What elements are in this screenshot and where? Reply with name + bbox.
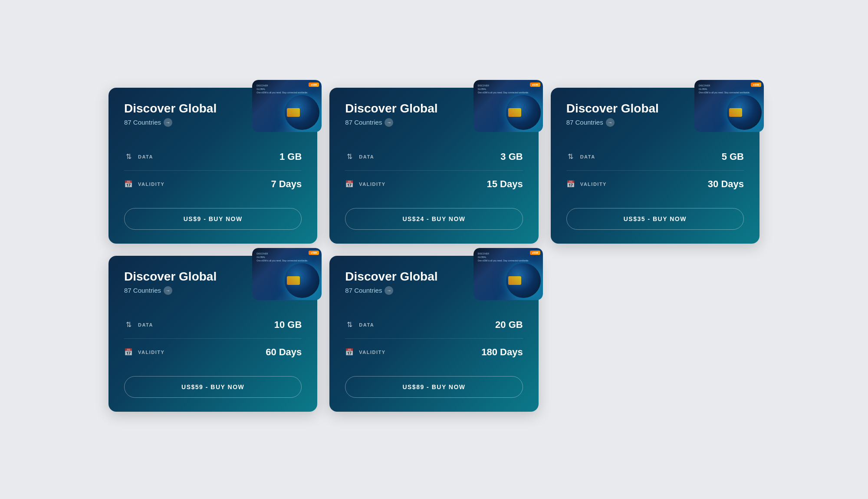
esim-badge-5: eSIM — [530, 251, 540, 255]
validity-value-1: 7 Days — [271, 178, 302, 190]
buy-button-2[interactable]: US$24 - BUY NOW — [345, 208, 523, 230]
card-title-3: Discover Global — [566, 102, 659, 116]
plan-card-3gb: DISCOVER GLOBAL One eSIM is all you need… — [329, 88, 538, 244]
card-title-2: Discover Global — [345, 102, 437, 116]
card-title-area-5: Discover Global 87 Countries → — [345, 270, 437, 295]
calendar-icon-1: 📅 — [124, 180, 133, 188]
card-details-1: ⇅ DATA 1 GB 📅 VALIDITY 7 Days — [124, 143, 302, 198]
data-icon-1: ⇅ — [124, 152, 133, 161]
data-row-3: ⇅ DATA 5 GB — [566, 143, 744, 171]
card-image-2: DISCOVER GLOBAL One eSIM is all you need… — [473, 80, 543, 132]
buy-button-4[interactable]: US$59 - BUY NOW — [124, 376, 302, 398]
esim-badge-4: eSIM — [309, 251, 319, 255]
data-icon-5: ⇅ — [345, 321, 354, 329]
esim-badge-2: eSIM — [530, 83, 540, 87]
card-subtitle-1: 87 Countries → — [124, 118, 217, 127]
buy-button-1[interactable]: US$9 - BUY NOW — [124, 208, 302, 230]
calendar-icon-3: 📅 — [566, 180, 575, 188]
plan-card-1gb: DISCOVER GLOBAL One eSIM is all you need… — [108, 88, 317, 244]
validity-value-4: 60 Days — [266, 347, 302, 358]
card-title-area-2: Discover Global 87 Countries → — [345, 102, 437, 127]
cards-grid: DISCOVER GLOBAL One eSIM is all you need… — [108, 88, 760, 412]
validity-value-2: 15 Days — [487, 178, 523, 190]
data-icon-4: ⇅ — [124, 321, 133, 329]
buy-button-3[interactable]: US$35 - BUY NOW — [566, 208, 744, 230]
subtitle-arrow-4: → — [164, 286, 172, 295]
calendar-icon-2: 📅 — [345, 180, 354, 188]
card-subtitle-4: 87 Countries → — [124, 286, 217, 295]
data-label-3: DATA — [580, 154, 595, 159]
data-row-5: ⇅ DATA 20 GB — [345, 311, 523, 339]
esim-badge-1: eSIM — [309, 83, 319, 87]
plan-card-5gb: DISCOVER GLOBAL One eSIM is all you need… — [551, 88, 760, 244]
data-value-3: 5 GB — [722, 151, 744, 162]
calendar-icon-4: 📅 — [124, 348, 133, 356]
card-title-4: Discover Global — [124, 270, 217, 284]
plan-card-10gb: DISCOVER GLOBAL One eSIM is all you need… — [108, 256, 317, 412]
data-row-2: ⇅ DATA 3 GB — [345, 143, 523, 171]
logo-2: DISCOVER GLOBAL One eSIM is all you need… — [478, 83, 529, 94]
data-label-4: DATA — [138, 322, 153, 327]
validity-value-3: 30 Days — [708, 178, 744, 190]
data-value-2: 3 GB — [500, 151, 523, 162]
card-title-area-4: Discover Global 87 Countries → — [124, 270, 217, 295]
card-image-1: DISCOVER GLOBAL One eSIM is all you need… — [252, 80, 322, 132]
card-details-5: ⇅ DATA 20 GB 📅 VALIDITY 180 Days — [345, 311, 523, 366]
card-details-3: ⇅ DATA 5 GB 📅 VALIDITY 30 Days — [566, 143, 744, 198]
validity-row-5: 📅 VALIDITY 180 Days — [345, 339, 523, 366]
card-subtitle-2: 87 Countries → — [345, 118, 437, 127]
validity-row-1: 📅 VALIDITY 7 Days — [124, 171, 302, 198]
esim-badge-3: eSIM — [751, 83, 761, 87]
validity-label-2: VALIDITY — [359, 182, 385, 187]
data-label-1: DATA — [138, 154, 153, 159]
validity-label-1: VALIDITY — [138, 182, 164, 187]
data-label-2: DATA — [359, 154, 374, 159]
data-value-4: 10 GB — [274, 319, 302, 330]
card-title-area-1: Discover Global 87 Countries → — [124, 102, 217, 127]
card-title-area-3: Discover Global 87 Countries → — [566, 102, 659, 127]
card-image-3: DISCOVER GLOBAL One eSIM is all you need… — [694, 80, 764, 132]
validity-label-3: VALIDITY — [580, 182, 607, 187]
buy-button-5[interactable]: US$89 - BUY NOW — [345, 376, 523, 398]
card-title-5: Discover Global — [345, 270, 437, 284]
card-subtitle-5: 87 Countries → — [345, 286, 437, 295]
data-value-1: 1 GB — [279, 151, 302, 162]
data-icon-3: ⇅ — [566, 152, 575, 161]
validity-row-2: 📅 VALIDITY 15 Days — [345, 171, 523, 198]
subtitle-arrow-2: → — [385, 118, 393, 127]
validity-label-5: VALIDITY — [359, 350, 385, 355]
card-details-2: ⇅ DATA 3 GB 📅 VALIDITY 15 Days — [345, 143, 523, 198]
data-row-1: ⇅ DATA 1 GB — [124, 143, 302, 171]
subtitle-arrow-5: → — [385, 286, 393, 295]
card-image-4: DISCOVER GLOBAL One eSIM is all you need… — [252, 248, 322, 300]
data-label-5: DATA — [359, 322, 374, 327]
data-value-5: 20 GB — [495, 319, 523, 330]
logo-1: DISCOVER GLOBAL One eSIM is all you need… — [256, 83, 308, 94]
logo-4: DISCOVER GLOBAL One eSIM is all you need… — [256, 251, 308, 262]
validity-label-4: VALIDITY — [138, 350, 164, 355]
calendar-icon-5: 📅 — [345, 348, 354, 356]
validity-row-3: 📅 VALIDITY 30 Days — [566, 171, 744, 198]
logo-5: DISCOVER GLOBAL One eSIM is all you need… — [478, 251, 529, 262]
card-image-5: DISCOVER GLOBAL One eSIM is all you need… — [473, 248, 543, 300]
card-title-1: Discover Global — [124, 102, 217, 116]
validity-row-4: 📅 VALIDITY 60 Days — [124, 339, 302, 366]
card-details-4: ⇅ DATA 10 GB 📅 VALIDITY 60 Days — [124, 311, 302, 366]
subtitle-arrow-3: → — [606, 118, 615, 127]
subtitle-arrow-1: → — [164, 118, 172, 127]
validity-value-5: 180 Days — [481, 347, 523, 358]
data-icon-2: ⇅ — [345, 152, 354, 161]
card-subtitle-3: 87 Countries → — [566, 118, 659, 127]
plan-card-20gb: DISCOVER GLOBAL One eSIM is all you need… — [329, 256, 538, 412]
logo-3: DISCOVER GLOBAL One eSIM is all you need… — [699, 83, 750, 94]
data-row-4: ⇅ DATA 10 GB — [124, 311, 302, 339]
